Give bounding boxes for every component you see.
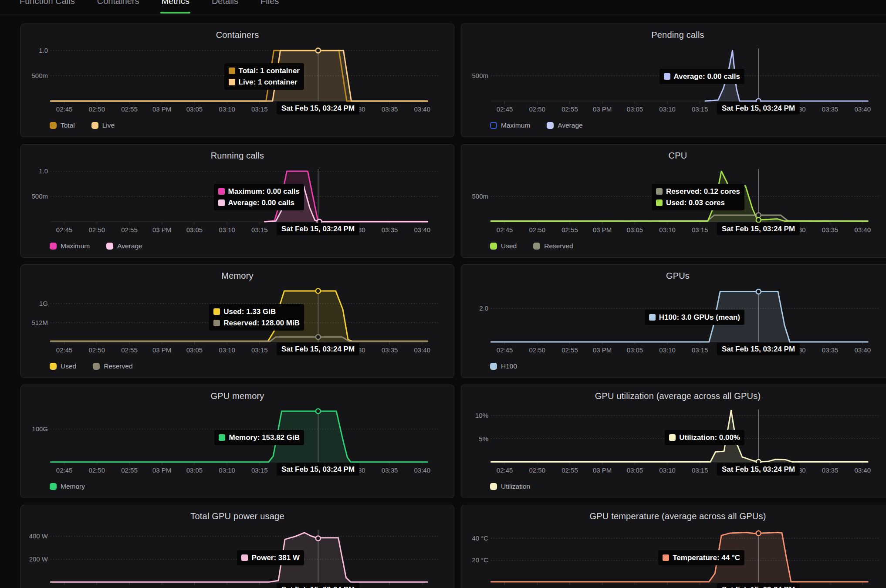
tooltip-series-value: Temperature: 44 °C — [673, 553, 740, 562]
x-axis-label: 03:10 — [659, 346, 676, 354]
x-axis-label: 02:55 — [561, 226, 578, 233]
legend-label: H100 — [501, 362, 517, 370]
tab-metrics[interactable]: Metrics — [161, 0, 189, 14]
tooltip-row: Reserved: 0.12 cores — [656, 187, 740, 196]
legend-item-used[interactable]: Used — [50, 362, 76, 370]
y-axis-label: 1G — [39, 300, 48, 307]
x-axis-label: 02:50 — [89, 105, 105, 113]
hover-marker — [316, 335, 321, 339]
x-axis-label: 03:40 — [414, 346, 431, 354]
y-axis-label: 2.0 — [479, 304, 488, 312]
y-axis-label: 500m — [472, 193, 488, 200]
x-axis-label: 02:50 — [529, 466, 546, 474]
tab-details[interactable]: Details — [212, 0, 238, 14]
legend-swatch — [490, 483, 497, 490]
x-axis-label: 02:50 — [529, 346, 546, 354]
chart-panel-containers: Containers 1.0500m02:4502:5002:5503 PM03… — [20, 24, 454, 137]
chart-panel-gpu-temperature: GPU temperature (average across all GPUs… — [461, 505, 886, 588]
tooltip-series-swatch — [656, 199, 663, 206]
hover-marker — [316, 288, 321, 293]
hover-marker — [756, 217, 761, 222]
chart-canvas[interactable]: 400 W200 W02:4502:5002:5503 PM03:0503:10… — [21, 505, 455, 588]
x-axis-label: 02:55 — [121, 466, 138, 474]
tab-label: Function Calls — [20, 0, 75, 6]
legend-item-maximum[interactable]: Maximum — [490, 122, 530, 129]
x-axis-label: 02:45 — [497, 105, 513, 113]
tab-function-calls[interactable]: Function Calls — [20, 0, 75, 14]
y-axis-label: 1.0 — [39, 47, 48, 54]
x-axis-label: 03:15 — [692, 466, 708, 474]
crosshair-time-tooltip: Sat Feb 15, 03:24 PM — [717, 343, 800, 355]
crosshair-time-tooltip: Sat Feb 15, 03:24 PM — [277, 583, 359, 588]
tab-files[interactable]: Files — [260, 0, 279, 14]
legend-item-total[interactable]: Total — [50, 122, 75, 129]
x-axis-label: 03:35 — [382, 346, 398, 354]
chart-legend: MaximumAverage — [490, 122, 583, 129]
x-axis-label: 03:05 — [627, 346, 643, 354]
x-axis-label: 03:40 — [414, 105, 431, 113]
legend-item-maximum[interactable]: Maximum — [50, 242, 90, 250]
tooltip-row: Used: 0.03 cores — [656, 198, 740, 207]
chart-plot[interactable]: 400 W200 W02:4502:5002:5503 PM03:0503:10… — [21, 505, 454, 588]
x-axis-label: 03:15 — [251, 226, 268, 233]
x-axis-label: 03 PM — [593, 226, 612, 233]
legend-label: Average — [558, 122, 582, 129]
legend-item-live[interactable]: Live — [91, 122, 115, 129]
y-axis-label: 200 W — [29, 555, 48, 563]
x-axis-label: 02:55 — [121, 226, 138, 233]
legend-swatch — [50, 483, 57, 490]
legend-item-h100[interactable]: H100 — [490, 362, 517, 370]
tab-label: Details — [212, 0, 238, 6]
chart-tooltip: Memory: 153.82 GiB — [214, 430, 304, 445]
x-axis-label: 03:05 — [186, 466, 203, 474]
tooltip-row: Live: 1 container — [229, 78, 300, 87]
chart-canvas[interactable]: 40 °C20 °C02:4502:5002:5503 PM03:0503:10… — [461, 505, 886, 588]
chart-tooltip: Utilization: 0.00% — [665, 430, 744, 445]
x-axis-label: 03:40 — [855, 466, 871, 474]
chart-plot[interactable]: 40 °C20 °C02:4502:5002:5503 PM03:0503:10… — [461, 505, 886, 588]
x-axis-label: 02:45 — [56, 466, 73, 474]
tooltip-row: Reserved: 128.00 MiB — [213, 318, 300, 328]
y-axis-label: 20 °C — [472, 556, 488, 564]
hover-marker — [756, 213, 761, 217]
tooltip-series-swatch — [649, 314, 656, 321]
legend-item-reserved[interactable]: Reserved — [93, 362, 132, 370]
chart-panel-gpus: GPUs 2.002:4502:5002:5503 PM03:0503:1003… — [461, 264, 886, 378]
legend-item-average[interactable]: Average — [547, 122, 582, 129]
x-axis-label: 03:35 — [382, 466, 398, 474]
legend-swatch — [490, 243, 497, 250]
tooltip-row: Total: 1 container — [229, 66, 300, 75]
tab-containers[interactable]: Containers — [97, 0, 139, 14]
chart-panel-gpu-memory: GPU memory 100G02:4502:5002:5503 PM03:05… — [20, 385, 454, 498]
x-axis-label: 03:35 — [822, 105, 839, 113]
crosshair-time-tooltip: Sat Feb 15, 03:24 PM — [277, 463, 359, 476]
legend-label: Maximum — [61, 242, 90, 250]
x-axis-label: 03:15 — [251, 346, 268, 354]
legend-label: Total — [61, 122, 75, 129]
y-axis-label: 500m — [31, 72, 48, 79]
legend-item-reserved[interactable]: Reserved — [533, 242, 573, 250]
legend-item-utilization[interactable]: Utilization — [490, 483, 530, 490]
x-axis-label: 03:15 — [692, 105, 708, 113]
tooltip-series-swatch — [229, 68, 235, 74]
x-axis-label: 02:55 — [561, 466, 578, 474]
crosshair-time-tooltip: Sat Feb 15, 03:24 PM — [717, 223, 800, 235]
legend-swatch — [533, 243, 540, 250]
chart-panel-gpu-power: Total GPU power usage 400 W200 W02:4502:… — [20, 505, 454, 588]
legend-item-used[interactable]: Used — [490, 242, 517, 250]
legend-label: Reserved — [544, 242, 573, 250]
y-axis-label: 10% — [475, 412, 488, 419]
legend-swatch — [547, 122, 554, 129]
tooltip-series-value: Maximum: 0.00 calls — [228, 187, 300, 196]
crosshair-time-tooltip: Sat Feb 15, 03:24 PM — [717, 583, 800, 588]
legend-label: Used — [501, 242, 517, 250]
x-axis-label: 02:45 — [497, 226, 513, 233]
x-axis-label: 03:10 — [659, 466, 676, 474]
legend-item-average[interactable]: Average — [106, 242, 142, 250]
x-axis-label: 02:50 — [89, 226, 105, 233]
legend-item-memory[interactable]: Memory — [50, 483, 85, 490]
x-axis-label: 02:55 — [561, 105, 578, 113]
x-axis-label: 02:45 — [497, 466, 513, 474]
tooltip-series-value: Utilization: 0.00% — [679, 433, 740, 442]
x-axis-label: 03:15 — [692, 346, 708, 354]
